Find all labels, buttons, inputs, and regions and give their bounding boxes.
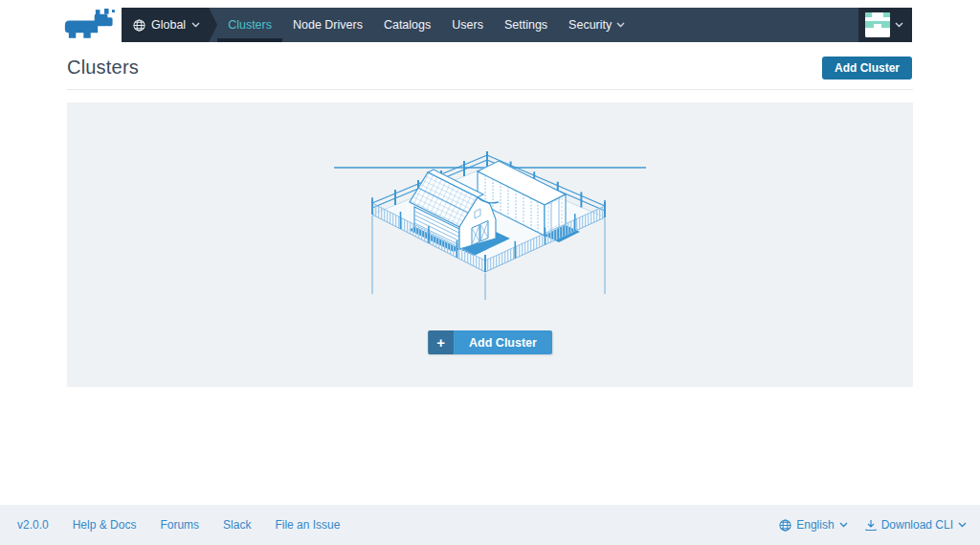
globe-icon [133, 19, 145, 32]
nav-item-settings[interactable]: Settings [494, 8, 558, 42]
chevron-down-icon [839, 522, 848, 528]
environment-label: Global [151, 18, 186, 32]
chevron-down-icon [958, 522, 967, 528]
nav-item-security[interactable]: Security [558, 8, 635, 42]
empty-state-illustration [332, 141, 648, 302]
footer-right: English Download CLI [779, 518, 980, 532]
chevron-down-icon [895, 22, 903, 28]
footer-version: v2.0.0 [17, 518, 49, 532]
add-cluster-split-button[interactable]: + Add Cluster [428, 330, 552, 354]
user-menu[interactable] [858, 8, 912, 42]
footer-left: v2.0.0 Help & Docs Forums Slack File an … [0, 518, 340, 532]
nav-item-users[interactable]: Users [441, 8, 494, 42]
add-cluster-button[interactable]: Add Cluster [822, 57, 912, 79]
download-icon [865, 519, 877, 532]
footer-link-file-an-issue[interactable]: File an Issue [275, 518, 340, 532]
chevron-down-icon [191, 22, 200, 28]
plus-icon: + [428, 330, 454, 354]
language-menu[interactable]: English [779, 518, 847, 532]
footer-link-slack[interactable]: Slack [223, 518, 251, 532]
page-title: Clusters [67, 57, 139, 79]
globe-icon [779, 519, 791, 532]
rancher-logo[interactable] [61, 9, 117, 39]
download-cli-menu[interactable]: Download CLI [865, 518, 967, 532]
rancher-app: Global Clusters Node Drivers Catalogs Us… [0, 0, 980, 545]
chevron-down-icon [616, 22, 625, 28]
main-nav: Clusters Node Drivers Catalogs Users Set… [217, 8, 635, 42]
avatar [865, 12, 890, 37]
footer: v2.0.0 Help & Docs Forums Slack File an … [0, 505, 980, 545]
footer-link-forums[interactable]: Forums [160, 518, 199, 532]
nav-item-clusters[interactable]: Clusters [217, 8, 282, 42]
footer-link-help-docs[interactable]: Help & Docs [73, 518, 137, 532]
clusters-empty-state-card: + Add Cluster [67, 102, 913, 387]
add-cluster-label: Add Cluster [454, 330, 552, 354]
nav-item-catalogs[interactable]: Catalogs [373, 8, 441, 42]
download-cli-label: Download CLI [881, 518, 953, 532]
header-divider [67, 89, 913, 90]
nav-item-node-drivers[interactable]: Node Drivers [282, 8, 373, 42]
top-navbar: Global Clusters Node Drivers Catalogs Us… [122, 8, 912, 42]
environment-switcher[interactable]: Global [122, 8, 217, 42]
language-label: English [796, 518, 834, 532]
